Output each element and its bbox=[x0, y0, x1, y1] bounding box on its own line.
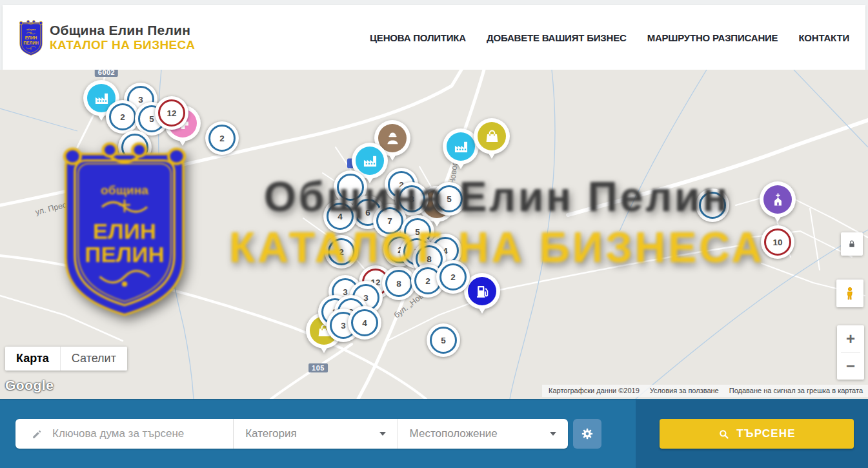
nav-item-add-business[interactable]: ДОБАВЕТЕ ВАШИЯТ БИЗНЕС bbox=[487, 32, 627, 43]
map-canvas[interactable]: ул. Преславбул. „Новоселци“„Новоселци“60… bbox=[0, 70, 868, 399]
cluster-count: 12 bbox=[158, 99, 185, 127]
category-select-value: Категория bbox=[245, 427, 296, 440]
cluster-marker[interactable]: 10 bbox=[761, 225, 794, 259]
cluster-marker[interactable]: 4 bbox=[348, 306, 381, 340]
location-select[interactable]: Местоположение bbox=[398, 419, 568, 449]
keyword-section bbox=[15, 419, 233, 449]
map-pin-shopping-bag[interactable] bbox=[474, 118, 510, 154]
page: община ЕЛИН ПЕЛИН Община Елин Пелин КАТА… bbox=[0, 0, 868, 468]
cluster-count: 2 bbox=[439, 263, 467, 290]
cluster-count: 4 bbox=[327, 203, 354, 230]
search-box: Категория Местоположение bbox=[15, 419, 568, 449]
shopping-bag-icon bbox=[478, 122, 506, 150]
site-logo[interactable]: община ЕЛИН ПЕЛИН Община Елин Пелин КАТА… bbox=[18, 19, 195, 56]
street-view-control[interactable] bbox=[836, 280, 863, 307]
cluster-count bbox=[699, 192, 726, 219]
site-title: Община Елин Пелин bbox=[50, 23, 195, 38]
zoom-out-button[interactable]: − bbox=[837, 352, 864, 380]
lock-control[interactable] bbox=[841, 232, 863, 256]
zoom-in-button[interactable]: + bbox=[837, 325, 864, 352]
cluster-count: 7 bbox=[376, 207, 403, 234]
satellite-view-button[interactable]: Сателит bbox=[60, 347, 127, 371]
cluster-marker[interactable]: 2 bbox=[205, 121, 239, 155]
map-attribution: Картографски данни ©2019 Условия за полз… bbox=[542, 385, 868, 397]
map-view-button[interactable]: Карта bbox=[5, 347, 60, 371]
svg-text:ПЕЛИН: ПЕЛИН bbox=[23, 40, 39, 45]
pencil-icon bbox=[31, 428, 43, 440]
cluster-marker[interactable]: 8 bbox=[382, 267, 416, 300]
cluster-count: 8 bbox=[385, 270, 412, 297]
category-select[interactable]: Категория bbox=[233, 419, 397, 449]
cluster-marker[interactable]: 4 bbox=[323, 199, 357, 233]
site-subtitle: КАТАЛОГ НА БИЗНЕСА bbox=[50, 38, 195, 52]
cluster-marker[interactable] bbox=[696, 188, 729, 222]
cluster-marker[interactable]: 2 bbox=[436, 260, 470, 294]
map-copyright: Картографски данни ©2019 bbox=[549, 387, 640, 394]
nav-item-contacts[interactable]: КОНТАКТИ bbox=[798, 32, 849, 43]
chevron-down-icon bbox=[379, 432, 386, 436]
church-icon bbox=[763, 185, 792, 214]
factory-icon bbox=[447, 132, 475, 161]
search-button[interactable]: ТЪРСЕНЕ bbox=[660, 419, 854, 449]
cluster-count: 5 bbox=[430, 327, 457, 354]
gear-icon bbox=[580, 427, 594, 441]
map-type-control: Карта Сателит bbox=[5, 347, 127, 371]
map-markers-layer: 32512223564752274812822333834510 bbox=[0, 70, 868, 399]
report-error-link[interactable]: Подаване на сигнал за грешка в картата bbox=[729, 387, 863, 394]
search-panel: Категория Местоположение bbox=[0, 399, 868, 468]
svg-text:ЕЛИН: ЕЛИН bbox=[25, 36, 37, 40]
logo-text: Община Елин Пелин КАТАЛОГ НА БИЗНЕСА bbox=[50, 23, 195, 52]
header: община ЕЛИН ПЕЛИН Община Елин Пелин КАТА… bbox=[3, 5, 865, 70]
svg-text:община: община bbox=[26, 28, 36, 31]
location-select-value: Местоположение bbox=[410, 427, 498, 440]
search-button-label: ТЪРСЕНЕ bbox=[736, 427, 796, 440]
cluster-count: 2 bbox=[328, 238, 355, 265]
factory-icon bbox=[356, 147, 384, 175]
cluster-count bbox=[121, 134, 148, 161]
advanced-settings-button[interactable] bbox=[573, 419, 601, 449]
municipality-crest-icon: община ЕЛИН ПЕЛИН bbox=[18, 19, 44, 56]
nav-item-route-schedule[interactable]: МАРШРУТНО РАЗПИСАНИЕ bbox=[647, 32, 778, 43]
search-icon bbox=[718, 428, 730, 440]
pegman-icon bbox=[842, 285, 858, 303]
cluster-marker[interactable]: 5 bbox=[432, 182, 466, 216]
nav-item-pricing[interactable]: ЦЕНОВА ПОЛИТИКА bbox=[370, 32, 466, 43]
map-pin-church[interactable] bbox=[760, 181, 796, 218]
cluster-count: 2 bbox=[109, 103, 136, 130]
terms-link[interactable]: Условия за ползване bbox=[650, 387, 719, 394]
cluster-count: 4 bbox=[351, 309, 378, 336]
cluster-marker[interactable]: 2 bbox=[325, 235, 358, 269]
zoom-control: + − bbox=[837, 325, 864, 380]
cluster-marker[interactable]: 5 bbox=[427, 323, 460, 357]
cluster-marker[interactable] bbox=[118, 130, 152, 164]
cluster-count: 10 bbox=[764, 229, 791, 256]
cluster-count: 3 bbox=[398, 185, 425, 212]
cluster-marker[interactable]: 12 bbox=[155, 96, 188, 130]
cluster-count: 5 bbox=[436, 185, 463, 212]
google-logo[interactable]: Google bbox=[5, 378, 54, 393]
chevron-down-icon bbox=[550, 432, 556, 436]
padlock-icon bbox=[847, 239, 857, 250]
cluster-count: 2 bbox=[208, 125, 236, 152]
keyword-search-input[interactable] bbox=[51, 427, 227, 441]
fuel-icon bbox=[468, 277, 496, 305]
main-nav: ЦЕНОВА ПОЛИТИКА ДОБАВЕТЕ ВАШИЯТ БИЗНЕС М… bbox=[370, 32, 849, 43]
